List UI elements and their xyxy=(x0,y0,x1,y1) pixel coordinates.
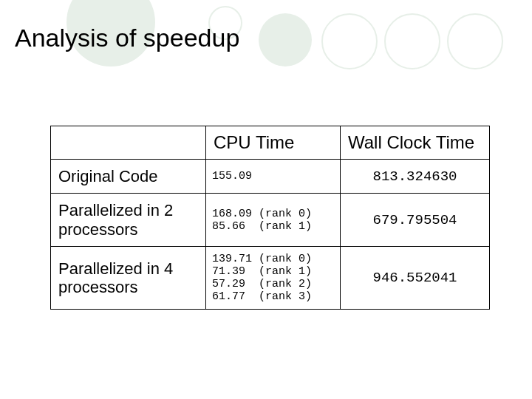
row-label: Parallelized in 4 processors xyxy=(51,246,206,309)
speedup-table: CPU Time Wall Clock Time Original Code 1… xyxy=(50,126,489,310)
table-row: Parallelized in 4 processors 139.71 (ran… xyxy=(51,246,490,309)
wall-clock-cell: 679.795504 xyxy=(341,194,490,247)
decoration-circle xyxy=(384,13,440,69)
table-header-row: CPU Time Wall Clock Time xyxy=(51,126,490,160)
slide: Analysis of speedup CPU Time Wall Clock … xyxy=(0,0,532,399)
row-label: Parallelized in 2 processors xyxy=(51,194,206,247)
cpu-time-cell: 155.09 xyxy=(206,160,341,194)
table-row: Parallelized in 2 processors 168.09 (ran… xyxy=(51,194,490,247)
wall-clock-cell: 813.324630 xyxy=(341,160,490,194)
decoration-circle xyxy=(321,13,378,69)
cpu-time-cell: 139.71 (rank 0) 71.39 (rank 1) 57.29 (ra… xyxy=(206,246,341,309)
decoration-circle xyxy=(447,13,503,69)
table-header-blank xyxy=(51,126,206,160)
row-label: Original Code xyxy=(51,160,206,194)
cpu-time-cell: 168.09 (rank 0) 85.66 (rank 1) xyxy=(206,194,341,247)
wall-clock-cell: 946.552041 xyxy=(341,246,490,309)
decoration-circle xyxy=(259,13,312,66)
table-header-cpu: CPU Time xyxy=(206,126,341,160)
table: CPU Time Wall Clock Time Original Code 1… xyxy=(50,126,490,310)
table-row: Original Code 155.09 813.324630 xyxy=(51,160,490,194)
table-header-wall: Wall Clock Time xyxy=(341,126,490,160)
slide-title: Analysis of speedup xyxy=(15,24,239,52)
